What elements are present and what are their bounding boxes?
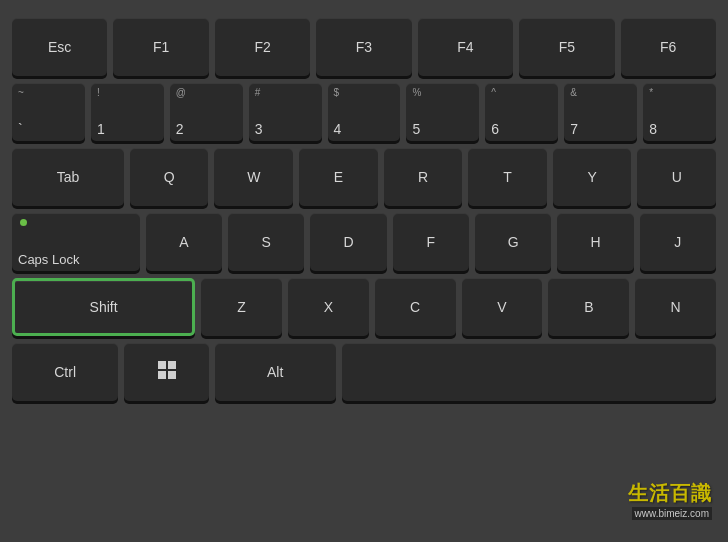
key-v[interactable]: V: [462, 278, 543, 336]
key-z[interactable]: Z: [201, 278, 282, 336]
key-3[interactable]: #3: [249, 83, 322, 141]
key-c[interactable]: C: [375, 278, 456, 336]
key-win[interactable]: [124, 343, 209, 401]
key-tab[interactable]: Tab: [12, 148, 124, 206]
key-f5[interactable]: F5: [519, 18, 614, 76]
key-1[interactable]: !1: [91, 83, 164, 141]
key-4[interactable]: $4: [328, 83, 401, 141]
key-h[interactable]: H: [557, 213, 633, 271]
watermark: 生活百識 www.bimeiz.com: [628, 480, 712, 520]
key-5[interactable]: %5: [406, 83, 479, 141]
keyboard-container: Esc F1 F2 F3 F4 F5 F6 ~` !1 @2 #3 $4 %5 …: [0, 0, 728, 542]
key-shift-left[interactable]: Shift: [12, 278, 195, 336]
key-r[interactable]: R: [384, 148, 463, 206]
windows-icon: [158, 361, 176, 383]
key-f2[interactable]: F2: [215, 18, 310, 76]
key-capslock[interactable]: Caps Lock: [12, 213, 140, 271]
key-f1[interactable]: F1: [113, 18, 208, 76]
asdf-row: Caps Lock A S D F G H J: [12, 213, 716, 271]
watermark-url: www.bimeiz.com: [632, 507, 712, 520]
bottom-row: Ctrl Alt: [12, 343, 716, 401]
svg-rect-1: [168, 361, 176, 369]
key-f6[interactable]: F6: [621, 18, 716, 76]
svg-rect-2: [158, 371, 166, 379]
key-alt[interactable]: Alt: [215, 343, 336, 401]
key-q[interactable]: Q: [130, 148, 209, 206]
key-n[interactable]: N: [635, 278, 716, 336]
key-t[interactable]: T: [468, 148, 547, 206]
key-e[interactable]: E: [299, 148, 378, 206]
key-d[interactable]: D: [310, 213, 386, 271]
number-row: ~` !1 @2 #3 $4 %5 ^6 &7 *8: [12, 83, 716, 141]
watermark-chinese: 生活百識: [628, 480, 712, 507]
key-w[interactable]: W: [214, 148, 293, 206]
key-7[interactable]: &7: [564, 83, 637, 141]
key-f4[interactable]: F4: [418, 18, 513, 76]
key-6[interactable]: ^6: [485, 83, 558, 141]
fn-row: Esc F1 F2 F3 F4 F5 F6: [12, 18, 716, 76]
key-a[interactable]: A: [146, 213, 222, 271]
key-8[interactable]: *8: [643, 83, 716, 141]
key-f3[interactable]: F3: [316, 18, 411, 76]
key-tilde[interactable]: ~`: [12, 83, 85, 141]
key-esc[interactable]: Esc: [12, 18, 107, 76]
key-y[interactable]: Y: [553, 148, 632, 206]
caps-indicator: [20, 219, 27, 226]
svg-rect-3: [168, 371, 176, 379]
key-b[interactable]: B: [548, 278, 629, 336]
key-x[interactable]: X: [288, 278, 369, 336]
qwerty-row: Tab Q W E R T Y U: [12, 148, 716, 206]
key-u[interactable]: U: [637, 148, 716, 206]
key-space[interactable]: [342, 343, 717, 401]
key-j[interactable]: J: [640, 213, 716, 271]
key-f[interactable]: F: [393, 213, 469, 271]
key-ctrl[interactable]: Ctrl: [12, 343, 118, 401]
key-s[interactable]: S: [228, 213, 304, 271]
svg-rect-0: [158, 361, 166, 369]
zxcv-row: Shift Z X C V B N: [12, 278, 716, 336]
key-g[interactable]: G: [475, 213, 551, 271]
key-2[interactable]: @2: [170, 83, 243, 141]
